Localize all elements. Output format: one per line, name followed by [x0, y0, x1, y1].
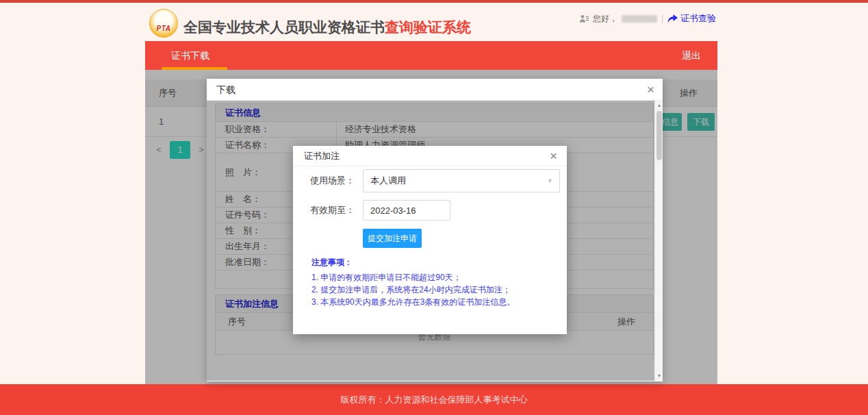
close-icon[interactable]: × [647, 79, 654, 101]
scene-label: 使用场景： [293, 169, 355, 192]
annotation-modal-title: 证书加注 [304, 151, 340, 161]
note-item-1: 1. 申请的有效期距申请日不能超过90天； [311, 271, 567, 284]
submit-annotation-button[interactable]: 提交加注申请 [363, 229, 422, 248]
scene-form-row: 使用场景： 本人调用 ▼ [293, 169, 567, 192]
tab-cert-download[interactable]: 证书下载 [166, 41, 215, 70]
annotation-modal-body: 使用场景： 本人调用 ▼ 有效期至： 提交加注申请 注意事项： 1. 申请的有效… [293, 166, 567, 308]
scrollbar-down-icon[interactable]: ▼ [655, 372, 663, 380]
scene-select-value: 本人调用 [363, 170, 559, 192]
user-name-redacted [622, 15, 657, 23]
annotation-modal: 证书加注 × 使用场景： 本人调用 ▼ 有效期至： 提交加注申请 注意事项： 1… [293, 146, 567, 334]
share-arrow-icon [667, 14, 678, 23]
scrollbar-up-icon[interactable]: ▲ [655, 101, 663, 110]
notes-title: 注意事项： [311, 257, 567, 268]
notes-section: 注意事项： 1. 申请的有效期距申请日不能超过90天； 2. 提交加注申请后，系… [311, 257, 567, 308]
user-area: 您好， | 证书查验 [579, 12, 716, 25]
logout-button[interactable]: 退出 [676, 41, 706, 70]
site-footer: 版权所有：人力资源和社会保障部人事考试中心 [0, 384, 868, 415]
download-modal-header: 下载 × [207, 79, 663, 101]
note-item-3: 3. 本系统90天内最多允许存在3条有效的证书加注信息。 [311, 296, 567, 308]
pta-logo: PTA [149, 9, 178, 38]
site-header: PTA 全国专业技术人员职业资格证书查询验证系统 您好， | 证书查验 [0, 3, 868, 41]
cert-verify-label: 证书查验 [680, 12, 716, 25]
nav-bar: 证书下载 退出 [145, 41, 717, 70]
validity-label: 有效期至： [293, 200, 355, 221]
pta-logo-text: PTA [157, 25, 171, 32]
modal-scrollbar[interactable]: ▲ ▼ [654, 101, 663, 381]
separator: | [661, 14, 663, 23]
validity-date-input[interactable] [363, 200, 450, 221]
greeting-text: 您好， [593, 13, 617, 25]
validity-form-row: 有效期至： [293, 200, 567, 221]
user-icon [579, 14, 589, 23]
tab-cert-download-label: 证书下载 [171, 50, 209, 61]
annotation-modal-header: 证书加注 × [293, 146, 567, 166]
close-icon[interactable]: × [550, 146, 557, 166]
site-title-main: 全国专业技术人员职业资格证书 [183, 19, 385, 35]
site-title-accent: 查询验证系统 [385, 19, 471, 35]
scrollbar-thumb[interactable] [656, 111, 662, 160]
note-item-2: 2. 提交加注申请后，系统将在24小时内完成证书加注； [311, 284, 567, 296]
copyright-text: 版权所有：人力资源和社会保障部人事考试中心 [0, 384, 868, 415]
download-modal-title: 下载 [216, 84, 235, 95]
scene-select[interactable]: 本人调用 ▼ [363, 169, 560, 192]
cert-verify-link[interactable]: 证书查验 [667, 12, 716, 25]
chevron-down-icon: ▼ [547, 170, 553, 192]
site-title: 全国专业技术人员职业资格证书查询验证系统 [183, 18, 471, 37]
